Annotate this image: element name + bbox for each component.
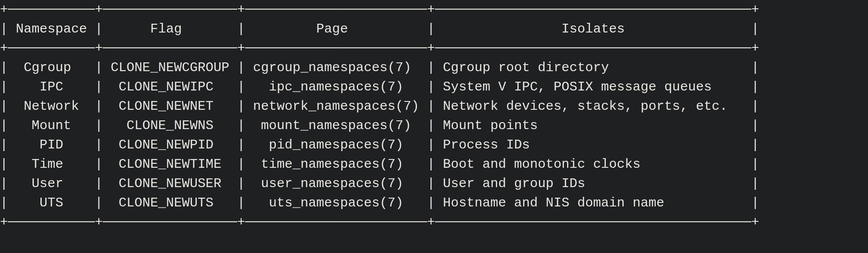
namespaces-table: +───────────+─────────────────+─────────…	[0, 0, 868, 232]
